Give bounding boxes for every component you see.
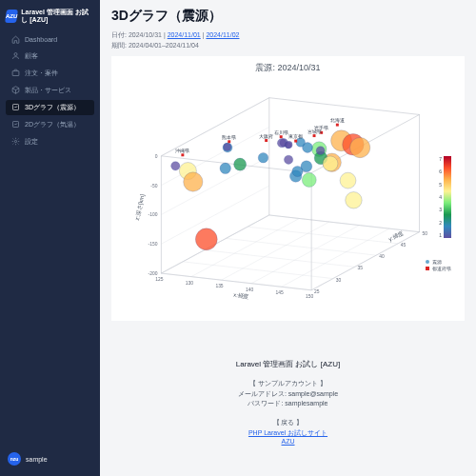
svg-text:大阪府: 大阪府 <box>259 133 273 139</box>
svg-text:石川県: 石川県 <box>274 129 288 135</box>
footer: Laravel 管理画面 お試し [AZU] 【 サンプルアカウント 】 メール… <box>111 359 465 445</box>
svg-text:45: 45 <box>401 243 407 248</box>
svg-point-83 <box>195 228 217 250</box>
svg-text:東京都: 東京都 <box>288 133 303 139</box>
chart-title: 震源: 2024/10/31 <box>119 62 457 74</box>
briefcase-icon <box>11 69 20 77</box>
svg-text:北海道: 北海道 <box>330 117 345 123</box>
nav-label: 顧客 <box>25 51 38 61</box>
svg-point-66 <box>224 143 231 150</box>
date-link: 2024/10/31 <box>129 31 162 38</box>
svg-point-73 <box>350 137 370 157</box>
svg-point-80 <box>323 156 338 171</box>
svg-text:150: 150 <box>306 294 313 299</box>
svg-rect-92 <box>294 140 297 143</box>
plot-svg: -200-150-100-500253035404550125130135140… <box>119 76 457 302</box>
svg-text:130: 130 <box>186 281 193 286</box>
svg-point-71 <box>340 172 356 188</box>
svg-text:30: 30 <box>336 278 342 283</box>
svg-line-20 <box>251 226 359 284</box>
svg-line-35 <box>161 127 268 185</box>
svg-point-70 <box>302 172 316 187</box>
svg-rect-96 <box>228 140 230 143</box>
user-name: sample <box>26 456 48 463</box>
svg-line-27 <box>248 227 398 244</box>
svg-text:-200: -200 <box>149 271 158 276</box>
svg-line-28 <box>269 215 420 232</box>
footer-back-head: 【 戻る 】 <box>111 418 465 427</box>
nav-label: 2Dグラフ（気温） <box>25 120 80 129</box>
svg-point-81 <box>316 147 325 155</box>
main: 3Dグラフ（震源） 日付: 2024/10/31 | 2024/11/01 | … <box>100 0 476 476</box>
svg-rect-1 <box>12 71 19 76</box>
svg-text:x:経度: x:経度 <box>233 291 249 300</box>
nav-label: 注文・案件 <box>25 69 58 78</box>
svg-point-82 <box>346 192 362 208</box>
box-icon <box>11 86 20 94</box>
nav-2d-graph[interactable]: 2Dグラフ（気温） <box>6 117 94 132</box>
svg-line-26 <box>226 238 376 255</box>
svg-point-62 <box>258 152 268 163</box>
svg-rect-90 <box>280 135 283 138</box>
legend-pref: 都道府県 <box>432 266 451 271</box>
svg-line-23 <box>161 273 311 290</box>
svg-point-0 <box>14 53 17 56</box>
svg-text:0: 0 <box>155 154 158 159</box>
nav-settings[interactable]: 設定 <box>6 134 94 149</box>
svg-text:沖縄県: 沖縄県 <box>175 148 189 153</box>
nav-orders[interactable]: 注文・案件 <box>6 66 94 81</box>
nav-label: 製品・サービス <box>25 86 71 95</box>
nav-3d-graph[interactable]: 3Dグラフ（震源） <box>6 100 94 115</box>
svg-text:-50: -50 <box>150 184 157 188</box>
chart-card: 震源: 2024/10/31 -200-150-100-500253035404… <box>111 56 465 321</box>
svg-rect-88 <box>313 134 316 137</box>
nav-products[interactable]: 製品・サービス <box>6 83 94 98</box>
svg-text:-100: -100 <box>149 212 158 217</box>
svg-text:140: 140 <box>246 288 253 292</box>
footer-mail: メールアドレス: sample@sample <box>111 389 465 399</box>
svg-text:135: 135 <box>215 284 223 288</box>
period-value: 2024/04/01–2024/11/04 <box>129 42 199 49</box>
footer-account-head: 【 サンプルアカウント 】 <box>111 379 465 388</box>
brand-title: Laravel 管理画面 お試し [AZU] <box>21 9 94 25</box>
nav: Dashboard 顧客 注文・案件 製品・サービス 3Dグラフ（震源） 2Dグ… <box>0 32 100 149</box>
svg-line-19 <box>221 222 328 280</box>
nav-customers[interactable]: 顧客 <box>6 49 94 64</box>
svg-text:25: 25 <box>314 289 320 294</box>
svg-text:宮城県: 宮城県 <box>307 129 322 134</box>
plot-3d[interactable]: -200-150-100-500253035404550125130135140… <box>119 76 457 305</box>
period: 期間: 2024/04/01–2024/11/04 <box>111 41 465 50</box>
date-filter: 日付: 2024/10/31 | 2024/11/01 | 2024/11/02 <box>111 30 465 40</box>
svg-text:z:深さ[km]: z:深さ[km] <box>134 193 146 221</box>
nav-dashboard[interactable]: Dashboard <box>6 32 94 47</box>
period-label: 期間: <box>111 42 129 49</box>
legend: 震源 都道府県 <box>426 258 451 272</box>
legend-dot-icon <box>426 260 429 264</box>
nav-label: 設定 <box>25 137 38 147</box>
user-menu[interactable]: nzu sample <box>0 447 100 470</box>
nav-label: 3Dグラフ（震源） <box>25 103 80 112</box>
svg-point-69 <box>234 158 247 170</box>
footer-pass: パスワード: samplesample <box>111 399 465 408</box>
legend-sq-icon <box>426 267 429 270</box>
svg-point-79 <box>220 163 230 173</box>
svg-rect-98 <box>181 153 184 156</box>
avatar: nzu <box>8 452 21 466</box>
brand-logo: AZU <box>5 10 18 23</box>
svg-point-77 <box>292 166 303 176</box>
svg-line-11 <box>269 98 420 115</box>
footer-link-1[interactable]: PHP Laravel お試しサイト <box>248 429 327 436</box>
svg-text:-150: -150 <box>149 242 158 247</box>
date-link[interactable]: 2024/11/02 <box>206 31 239 38</box>
svg-line-22 <box>311 232 419 290</box>
footer-link-2[interactable]: AZU <box>282 438 295 445</box>
date-link[interactable]: 2024/11/01 <box>168 31 201 38</box>
home-icon <box>11 35 20 44</box>
users-icon <box>11 51 20 60</box>
nav-label: Dashboard <box>25 36 57 43</box>
svg-point-68 <box>184 172 203 191</box>
sidebar: AZU Laravel 管理画面 お試し [AZU] Dashboard 顧客 … <box>0 0 100 476</box>
brand[interactable]: AZU Laravel 管理画面 お試し [AZU] <box>0 6 100 32</box>
date-label: 日付: <box>111 31 129 38</box>
svg-text:50: 50 <box>422 231 427 236</box>
